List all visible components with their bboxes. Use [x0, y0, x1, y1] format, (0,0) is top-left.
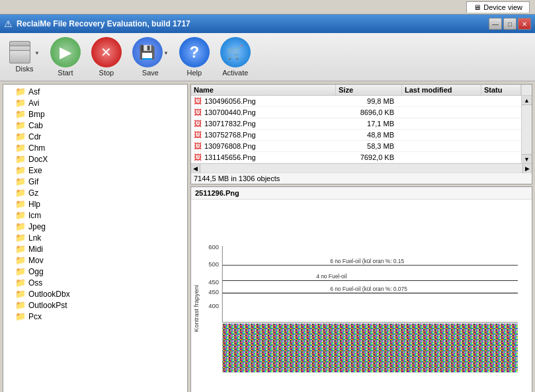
file-row-3[interactable]: 🖼 130752768.Png 48,8 MB: [191, 130, 521, 141]
svg-text:600: 600: [208, 243, 219, 251]
svg-text:4   no  Fuel-oil: 4 no Fuel-oil: [316, 273, 347, 280]
folder-tree-panel: 📁 Asf 📁 Avi 📁 Bmp 📁 Cab 📁 Cdr 📁 Chm: [3, 84, 188, 392]
preview-content: Kontrast frapyeni 600 500 450 450 400: [191, 200, 532, 392]
stop-label: Stop: [99, 69, 114, 77]
tree-item-midi[interactable]: 📁 Midi: [5, 243, 186, 255]
folder-icon: 📁: [15, 278, 26, 288]
file-icon: 🖼: [194, 108, 202, 117]
svg-text:6 no  Fuel-oil  (kül oran %: 0: 6 no Fuel-oil (kül oran %: 0.15: [330, 258, 404, 264]
file-row-1[interactable]: 🖼 130700440.Png 8696,0 KB: [191, 107, 521, 118]
save-button[interactable]: 💾 ▼ Save: [128, 36, 173, 78]
file-rows-container: 🖼 130496056.Png 99,8 MB 🖼 130700440.Png …: [191, 96, 521, 163]
svg-text:450: 450: [208, 278, 219, 286]
file-icon: 🖼: [194, 130, 202, 139]
tree-item-lnk[interactable]: 📁 Lnk: [5, 232, 186, 243]
tree-item-ogg[interactable]: 📁 Ogg: [5, 266, 186, 277]
tree-item-pcx[interactable]: 📁 Pcx: [5, 311, 186, 322]
start-icon: ▶: [50, 37, 81, 67]
file-icon: 🖼: [194, 141, 202, 151]
folder-icon: 📁: [15, 300, 26, 310]
preview-area: 2511296.Png Kontrast frapyeni 600 500: [190, 186, 532, 392]
window-title: ReclaiMe File Recovery Evaluation, build…: [17, 19, 489, 28]
file-list-content: 🖼 130496056.Png 99,8 MB 🖼 130700440.Png …: [191, 96, 532, 163]
file-icon: 🖼: [194, 153, 202, 162]
tree-item-hlp[interactable]: 📁 Hlp: [5, 198, 186, 210]
scroll-right-button[interactable]: ▶: [522, 164, 532, 173]
start-label: Start: [58, 69, 73, 77]
file-list-area: Name Size Last modified Statu 🖼 13049605…: [190, 84, 532, 184]
folder-icon: 📁: [15, 221, 26, 231]
tree-item-cab[interactable]: 📁 Cab: [5, 120, 186, 131]
col-header-size[interactable]: Size: [336, 85, 402, 95]
close-button[interactable]: ✕: [518, 18, 531, 30]
minimize-button[interactable]: —: [489, 18, 502, 30]
folder-icon: 📁: [15, 199, 26, 209]
device-view-tab[interactable]: 🖥 Device view: [466, 1, 530, 13]
save-icon: 💾: [132, 37, 163, 67]
toolbar: ▼ Disks ▶ Start ✕ Stop 💾 ▼ Save ? Help 🛒…: [0, 33, 535, 81]
tree-item-outlookdbx[interactable]: 📁 OutlookDbx: [5, 288, 186, 299]
tree-item-icm[interactable]: 📁 Icm: [5, 210, 186, 221]
scroll-down-button[interactable]: ▼: [522, 154, 532, 163]
folder-tree[interactable]: 📁 Asf 📁 Avi 📁 Bmp 📁 Cab 📁 Cdr 📁 Chm: [3, 85, 187, 392]
folder-icon: 📁: [15, 244, 26, 254]
folder-icon: 📁: [15, 165, 26, 175]
h-scroll-track[interactable]: [200, 164, 522, 173]
disks-button[interactable]: ▼ Disks: [5, 40, 44, 74]
folder-icon: 📁: [15, 188, 26, 198]
stop-button[interactable]: ✕ Stop: [87, 36, 126, 78]
tree-item-avi[interactable]: 📁 Avi: [5, 97, 186, 108]
folder-icon: 📁: [15, 266, 26, 276]
tree-item-bmp[interactable]: 📁 Bmp: [5, 108, 186, 120]
scroll-up-button[interactable]: ▲: [522, 96, 532, 105]
col-header-name[interactable]: Name: [191, 85, 336, 95]
svg-text:400: 400: [208, 303, 219, 310]
start-button[interactable]: ▶ Start: [46, 36, 85, 78]
right-panel: Name Size Last modified Statu 🖼 13049605…: [190, 84, 532, 392]
save-dropdown-arrow[interactable]: ▼: [163, 50, 169, 56]
tree-item-outlookpst[interactable]: 📁 OutlookPst: [5, 299, 186, 311]
file-list-header: Name Size Last modified Statu: [191, 85, 532, 96]
tree-item-gz[interactable]: 📁 Gz: [5, 187, 186, 198]
file-row-0[interactable]: 🖼 130496056.Png 99,8 MB: [191, 96, 521, 107]
folder-icon: 📁: [15, 120, 26, 130]
file-row-4[interactable]: 🖼 130976808.Png 58,3 MB: [191, 141, 521, 152]
file-row-2[interactable]: 🖼 130717832.Png 17,1 MB: [191, 118, 521, 130]
tree-item-docx[interactable]: 📁 DocX: [5, 153, 186, 165]
col-header-status[interactable]: Statu: [481, 85, 521, 95]
activate-icon: 🛒: [220, 37, 251, 67]
svg-text:Kontrast frapyeni: Kontrast frapyeni: [192, 285, 200, 332]
folder-icon: 📁: [15, 132, 26, 141]
tree-item-exe[interactable]: 📁 Exe: [5, 165, 186, 176]
tree-item-cdr[interactable]: 📁 Cdr: [5, 131, 186, 142]
disks-icon: [9, 41, 33, 65]
folder-icon: 📁: [15, 210, 26, 220]
chart-svg: Kontrast frapyeni 600 500 450 450 400: [191, 200, 532, 392]
col-header-modified[interactable]: Last modified: [402, 85, 481, 95]
summary-bar: 7144,5 MB in 1306 objects: [191, 173, 532, 184]
maximize-button[interactable]: □: [503, 18, 516, 30]
svg-text:500: 500: [208, 260, 219, 268]
horizontal-scrollbar[interactable]: ◀ ▶: [191, 163, 532, 173]
top-bar: 🖥 Device view: [0, 0, 535, 15]
help-button[interactable]: ? Help: [175, 36, 214, 78]
main-area: 📁 Asf 📁 Avi 📁 Bmp 📁 Cab 📁 Cdr 📁 Chm: [0, 81, 535, 392]
tree-item-gif[interactable]: 📁 Gif: [5, 176, 186, 187]
tree-item-chm[interactable]: 📁 Chm: [5, 142, 186, 153]
tree-item-mov[interactable]: 📁 Mov: [5, 255, 186, 266]
file-list-scrollbar[interactable]: ▲ ▼: [521, 96, 532, 163]
folder-icon: 📁: [15, 176, 26, 186]
tree-item-asf[interactable]: 📁 Asf: [5, 86, 186, 97]
disks-dropdown-arrow[interactable]: ▼: [34, 50, 40, 56]
tree-item-jpeg[interactable]: 📁 Jpeg: [5, 221, 186, 232]
activate-button[interactable]: 🛒 Activate: [216, 36, 255, 78]
folder-icon: 📁: [15, 109, 26, 119]
title-bar: ⚠ ReclaiMe File Recovery Evaluation, bui…: [0, 15, 535, 33]
disks-label: Disks: [16, 65, 34, 73]
stop-icon: ✕: [91, 37, 122, 67]
scroll-left-button[interactable]: ◀: [191, 164, 200, 173]
device-view-label: Device view: [483, 3, 522, 11]
tree-item-oss[interactable]: 📁 Oss: [5, 277, 186, 288]
file-row-5[interactable]: 🖼 131145656.Png 7692,0 KB: [191, 152, 521, 163]
scroll-track[interactable]: [522, 105, 532, 154]
